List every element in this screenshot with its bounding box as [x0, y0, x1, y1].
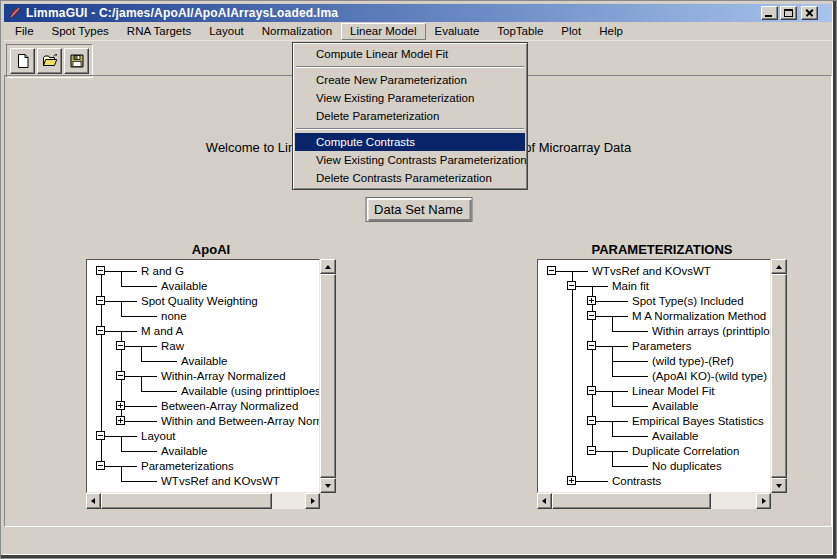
close-button[interactable]: [801, 6, 818, 20]
scroll-right-button[interactable]: [305, 493, 320, 509]
tree-node-label[interactable]: Raw: [161, 339, 184, 354]
right-tree-horizontal-scrollbar[interactable]: [537, 493, 771, 509]
open-folder-icon: [42, 53, 58, 69]
menu-item-compute-linear-model-fit[interactable]: Compute Linear Model Fit: [295, 45, 525, 63]
minimize-button[interactable]: [761, 6, 778, 20]
open-file-button[interactable]: [37, 48, 62, 74]
tree-expand-minus-box[interactable]: [96, 461, 105, 470]
window-frame-edge: [833, 1, 836, 558]
scroll-up-button[interactable]: [771, 259, 787, 274]
tree-expand-minus-box[interactable]: [587, 311, 596, 320]
scroll-thumb[interactable]: [552, 493, 711, 509]
tree-expand-minus-box[interactable]: [587, 341, 596, 350]
tree-node-label[interactable]: Spot Quality Weighting: [141, 294, 258, 309]
tree-node-label[interactable]: Within-Array Normalized: [161, 369, 286, 384]
menu-layout[interactable]: Layout: [200, 23, 253, 40]
tree-expand-plus-box[interactable]: [587, 296, 596, 305]
menu-toptable[interactable]: TopTable: [488, 23, 552, 40]
tree-node-label[interactable]: Between-Array Normalized: [161, 399, 298, 414]
tree-expand-plus-box[interactable]: [567, 476, 576, 485]
menu-evaluate[interactable]: Evaluate: [426, 23, 489, 40]
scroll-down-button[interactable]: [771, 478, 787, 493]
menu-item-create-new-parameterization[interactable]: Create New Parameterization: [295, 71, 525, 89]
menu-item-view-existing-contrasts-parameterization[interactable]: View Existing Contrasts Parameterization: [295, 151, 525, 169]
menu-file[interactable]: File: [6, 23, 43, 40]
tree-node-label[interactable]: (ApoAI KO)-(wild type): [652, 369, 767, 384]
menu-plot[interactable]: Plot: [552, 23, 590, 40]
tree-node-label[interactable]: WTvsRef and KOvsWT: [592, 264, 711, 279]
scroll-track[interactable]: [552, 493, 756, 509]
tree-expand-minus-box[interactable]: [587, 446, 596, 455]
new-file-button[interactable]: [10, 48, 35, 74]
menu-item-view-existing-parameterization[interactable]: View Existing Parameterization: [295, 89, 525, 107]
scroll-track[interactable]: [101, 493, 305, 509]
scroll-right-button[interactable]: [756, 493, 771, 509]
scroll-thumb[interactable]: [320, 274, 336, 478]
tree-node-label[interactable]: (wild type)-(Ref): [652, 354, 734, 369]
scroll-thumb[interactable]: [771, 274, 787, 478]
save-file-button[interactable]: [64, 48, 89, 74]
menu-item-delete-contrasts-parameterization[interactable]: Delete Contrasts Parameterization: [295, 169, 525, 187]
tree-node-label[interactable]: Layout: [141, 429, 176, 444]
tree-node-label[interactable]: Within and Between-Array Normalized: [161, 414, 320, 429]
tree-node-label[interactable]: none: [161, 309, 187, 324]
scroll-down-button[interactable]: [320, 478, 336, 493]
tree-node-label[interactable]: Available: [181, 354, 227, 369]
tree-expand-plus-box[interactable]: [116, 416, 125, 425]
tree-node-label[interactable]: Parameters: [632, 339, 691, 354]
tree-node-label[interactable]: Spot Type(s) Included: [632, 294, 744, 309]
scroll-track[interactable]: [320, 274, 336, 478]
tree-node-label[interactable]: Within arrays (printtiploess) only: [652, 324, 771, 339]
menu-rna-targets[interactable]: RNA Targets: [118, 23, 200, 40]
tree-node-label[interactable]: R and G: [141, 264, 184, 279]
tree-expand-minus-box[interactable]: [587, 386, 596, 395]
tree-node-label[interactable]: Available: [652, 399, 698, 414]
tree-expand-minus-box[interactable]: [547, 266, 556, 275]
tree-node-label[interactable]: Parameterizations: [141, 459, 234, 474]
tree-connector-line: [101, 369, 102, 384]
scroll-track[interactable]: [771, 274, 787, 478]
right-tree-vertical-scrollbar[interactable]: [771, 259, 787, 493]
title-bar[interactable]: LimmaGUI - C:/james/ApoAI/ApoAIArraysLoa…: [4, 4, 832, 22]
tree-node-label[interactable]: Linear Model Fit: [632, 384, 714, 399]
tree-node-label[interactable]: M and A: [141, 324, 183, 339]
tree-connector-line: [572, 369, 573, 384]
tree-node-label[interactable]: No duplicates: [652, 459, 722, 474]
tree-node-label[interactable]: Available: [161, 279, 207, 294]
scroll-left-button[interactable]: [86, 493, 101, 509]
menu-help[interactable]: Help: [590, 23, 632, 40]
right-tree-panel: WTvsRef and KOvsWTMain fitSpot Type(s) I…: [537, 259, 787, 509]
tree-node-label[interactable]: WTvsRef and KOvsWT: [161, 474, 280, 489]
tree-node-label[interactable]: Available (using printtiploess): [181, 384, 320, 399]
menu-spot-types[interactable]: Spot Types: [43, 23, 118, 40]
left-tree-horizontal-scrollbar[interactable]: [86, 493, 320, 509]
data-set-name-button[interactable]: Data Set Name: [365, 197, 472, 222]
tree-expand-minus-box[interactable]: [96, 326, 105, 335]
menu-normalization[interactable]: Normalization: [253, 23, 341, 40]
tree-connector-line: [121, 271, 122, 279]
tree-node-label[interactable]: Main fit: [612, 279, 649, 294]
scroll-up-button[interactable]: [320, 259, 336, 274]
tree-expand-minus-box[interactable]: [96, 266, 105, 275]
scroll-left-button[interactable]: [537, 493, 552, 509]
tree-node-label[interactable]: Available: [652, 429, 698, 444]
tree-node-label[interactable]: Available: [161, 444, 207, 459]
tree-expand-minus-box[interactable]: [96, 431, 105, 440]
tree-expand-minus-box[interactable]: [587, 416, 596, 425]
scroll-thumb[interactable]: [101, 493, 272, 509]
tree-node-label[interactable]: Contrasts: [612, 474, 661, 489]
tree-expand-minus-box[interactable]: [567, 281, 576, 290]
tree-node-label[interactable]: Duplicate Correlation: [632, 444, 739, 459]
tree-connector-line: [121, 481, 157, 482]
tree-node-label[interactable]: Empirical Bayes Statistics: [632, 414, 764, 429]
menu-linear-model[interactable]: Linear Model: [341, 23, 425, 40]
tree-expand-minus-box[interactable]: [116, 371, 125, 380]
tree-node-label[interactable]: M A Normalization Method: [632, 309, 766, 324]
tree-expand-minus-box[interactable]: [116, 341, 125, 350]
maximize-button[interactable]: [780, 6, 797, 20]
menu-item-compute-contrasts[interactable]: Compute Contrasts: [295, 133, 525, 151]
tree-expand-plus-box[interactable]: [116, 401, 125, 410]
menu-item-delete-parameterization[interactable]: Delete Parameterization: [295, 107, 525, 125]
tree-expand-minus-box[interactable]: [96, 296, 105, 305]
left-tree-vertical-scrollbar[interactable]: [320, 259, 336, 493]
